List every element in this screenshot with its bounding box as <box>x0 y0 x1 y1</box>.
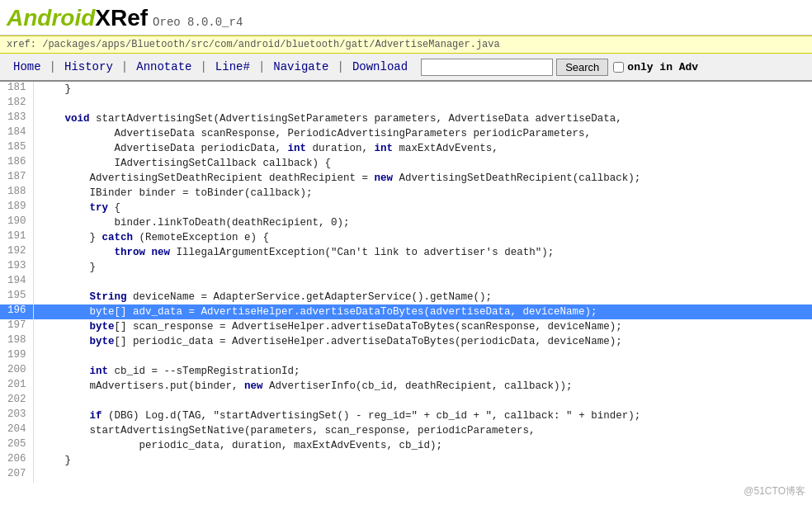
line-number: 203 <box>0 408 33 423</box>
line-code: int cb_id = --sTempRegistrationId; <box>33 364 812 379</box>
nav-history[interactable]: History <box>58 57 120 77</box>
code-table: 181 }182183 void startAdvertisingSet(Adv… <box>0 82 812 483</box>
line-number: 184 <box>0 126 33 141</box>
line-code: } <box>33 82 812 97</box>
logo: AndroidXRef Oreo 8.0.0_r4 <box>7 5 243 31</box>
table-row: 203 if (DBG) Log.d(TAG, "startAdvertisin… <box>0 408 812 423</box>
line-number: 191 <box>0 230 33 245</box>
line-code: AdvertiseData periodicData, int duration… <box>33 141 812 156</box>
line-code: byte[] scan_response = AdvertiseHelper.a… <box>33 319 812 334</box>
line-code: byte[] adv_data = AdvertiseHelper.advert… <box>33 304 812 319</box>
breadcrumb: xref: /packages/apps/Bluetooth/src/com/a… <box>0 35 812 54</box>
line-code: } <box>33 453 812 468</box>
line-number: 183 <box>0 111 33 126</box>
nav-sep-2: | <box>120 60 130 73</box>
line-number: 181 <box>0 82 33 97</box>
line-number: 189 <box>0 201 33 215</box>
line-number: 185 <box>0 141 33 156</box>
table-row: 183 void startAdvertisingSet(Advertising… <box>0 111 812 126</box>
line-code <box>33 349 812 364</box>
line-code: if (DBG) Log.d(TAG, "startAdvertisingSet… <box>33 408 812 423</box>
search-input[interactable] <box>421 59 553 76</box>
line-code: mAdvertisers.put(binder, new AdvertiserI… <box>33 379 812 394</box>
line-number: 206 <box>0 453 33 468</box>
nav-sep-1: | <box>48 60 58 73</box>
table-row: 194 <box>0 275 812 290</box>
nav-sep-4: | <box>257 60 267 73</box>
line-number: 199 <box>0 349 33 364</box>
nav-sep-5: | <box>336 60 346 73</box>
table-row: 206 } <box>0 453 812 468</box>
header: AndroidXRef Oreo 8.0.0_r4 <box>0 0 812 35</box>
logo-android: Android <box>7 5 95 31</box>
line-code: throw new IllegalArgumentException("Can'… <box>33 245 812 260</box>
line-code: IAdvertisingSetCallback callback) { <box>33 156 812 171</box>
line-number: 193 <box>0 260 33 275</box>
line-number: 187 <box>0 171 33 186</box>
table-row: 202 <box>0 394 812 408</box>
logo-version: Oreo 8.0.0_r4 <box>153 16 243 29</box>
table-row: 207 <box>0 468 812 483</box>
table-row: 195 String deviceName = AdapterService.g… <box>0 290 812 304</box>
table-row: 184 AdvertiseData scanResponse, Periodic… <box>0 126 812 141</box>
table-row: 198 byte[] periodic_data = AdvertiseHelp… <box>0 334 812 349</box>
line-number: 204 <box>0 423 33 438</box>
line-number: 190 <box>0 215 33 230</box>
line-number: 201 <box>0 379 33 394</box>
line-code: void startAdvertisingSet(AdvertisingSetP… <box>33 111 812 126</box>
line-number: 200 <box>0 364 33 379</box>
line-code <box>33 394 812 408</box>
table-row: 197 byte[] scan_response = AdvertiseHelp… <box>0 319 812 334</box>
line-number: 202 <box>0 394 33 408</box>
table-row: 191 } catch (RemoteException e) { <box>0 230 812 245</box>
table-row: 189 try { <box>0 201 812 215</box>
line-number: 197 <box>0 319 33 334</box>
search-button[interactable]: Search <box>556 59 608 76</box>
line-number: 196 <box>0 304 33 319</box>
line-code: AdvertisingSetDeathRecipient deathRecipi… <box>33 171 812 186</box>
nav-lineno[interactable]: Line# <box>209 57 257 77</box>
nav-annotate[interactable]: Annotate <box>130 57 198 77</box>
line-code: String deviceName = AdapterService.getAd… <box>33 290 812 304</box>
line-code: periodic_data, duration, maxExtAdvEvents… <box>33 438 812 453</box>
only-adv-checkbox[interactable] <box>613 62 624 73</box>
line-code: startAdvertisingSetNative(parameters, sc… <box>33 423 812 438</box>
table-row: 185 AdvertiseData periodicData, int dura… <box>0 141 812 156</box>
line-number: 205 <box>0 438 33 453</box>
line-number: 194 <box>0 275 33 290</box>
line-code: IBinder binder = toBinder(callback); <box>33 186 812 201</box>
line-code: binder.linkToDeath(deathRecipient, 0); <box>33 215 812 230</box>
logo-xref: XRef <box>95 5 148 31</box>
breadcrumb-text: xref: /packages/apps/Bluetooth/src/com/a… <box>7 39 500 50</box>
code-area: 181 }182183 void startAdvertisingSet(Adv… <box>0 82 812 483</box>
nav-navigate[interactable]: Navigate <box>267 57 335 77</box>
table-row: 186 IAdvertisingSetCallback callback) { <box>0 156 812 171</box>
line-number: 207 <box>0 468 33 483</box>
table-row: 190 binder.linkToDeath(deathRecipient, 0… <box>0 215 812 230</box>
line-code: } catch (RemoteException e) { <box>33 230 812 245</box>
line-code: } <box>33 260 812 275</box>
table-row: 199 <box>0 349 812 364</box>
line-code <box>33 468 812 483</box>
line-number: 182 <box>0 97 33 111</box>
table-row: 193 } <box>0 260 812 275</box>
line-code: AdvertiseData scanResponse, PeriodicAdve… <box>33 126 812 141</box>
line-code: try { <box>33 201 812 215</box>
nav-download[interactable]: Download <box>346 57 414 77</box>
table-row: 205 periodic_data, duration, maxExtAdvEv… <box>0 438 812 453</box>
table-row: 192 throw new IllegalArgumentException("… <box>0 245 812 260</box>
table-row: 182 <box>0 97 812 111</box>
line-code: byte[] periodic_data = AdvertiseHelper.a… <box>33 334 812 349</box>
line-number: 188 <box>0 186 33 201</box>
table-row: 187 AdvertisingSetDeathRecipient deathRe… <box>0 171 812 186</box>
line-number: 192 <box>0 245 33 260</box>
line-code <box>33 97 812 111</box>
table-row: 200 int cb_id = --sTempRegistrationId; <box>0 364 812 379</box>
nav-home[interactable]: Home <box>7 57 48 77</box>
table-row: 204 startAdvertisingSetNative(parameters… <box>0 423 812 438</box>
table-row: 181 } <box>0 82 812 97</box>
only-adv-label: only in Adv <box>627 61 698 73</box>
nav-sep-3: | <box>198 60 208 73</box>
table-row: 201 mAdvertisers.put(binder, new Adverti… <box>0 379 812 394</box>
line-number: 198 <box>0 334 33 349</box>
